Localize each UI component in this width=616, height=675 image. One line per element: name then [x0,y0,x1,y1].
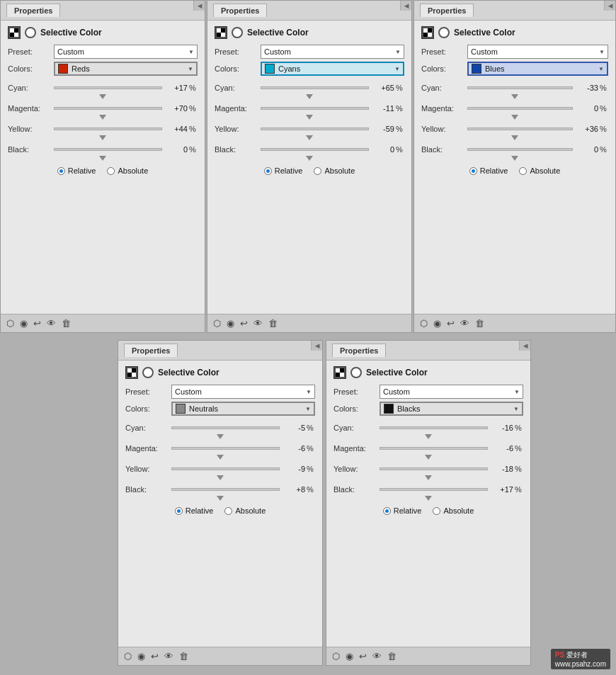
magenta-thumb-blacks[interactable] [425,455,432,460]
black-value-neutrals[interactable]: +8 [280,485,307,494]
toolbar-icon4-blues[interactable]: 👁 [460,318,469,329]
sc-visibility-blues[interactable] [438,27,450,38]
toolbar-icon1-blues[interactable]: ⬡ [420,318,428,329]
properties-tab-blues[interactable]: Properties [420,4,474,17]
collapse-reds[interactable]: ◀ [193,1,205,11]
absolute-radio-cyans[interactable]: Absolute [314,166,355,175]
toolbar-icon1-reds[interactable]: ⬡ [6,318,14,329]
cyan-thumb-reds[interactable] [99,94,106,99]
toolbar-icon5-cyans[interactable]: 🗑 [268,318,278,329]
magenta-value-reds[interactable]: +70 [162,104,189,113]
relative-circle-blacks[interactable] [383,507,391,515]
cyan-thumb-neutrals[interactable] [217,434,224,439]
black-value-cyans[interactable]: 0 [369,145,396,154]
absolute-radio-blacks[interactable]: Absolute [433,506,474,515]
cyan-value-blues[interactable]: -33 [573,84,600,92]
magenta-value-cyans[interactable]: -11 [369,104,396,113]
absolute-circle-blues[interactable] [519,167,527,175]
toolbar-icon3-cyans[interactable]: ↩ [240,318,248,329]
cyan-value-reds[interactable]: +17 [162,84,189,92]
toolbar-icon2-neutrals[interactable]: ◉ [137,651,145,662]
magenta-thumb-blues[interactable] [511,115,518,120]
toolbar-icon2-cyans[interactable]: ◉ [227,318,234,329]
black-thumb-reds[interactable] [99,156,106,161]
relative-radio-blacks[interactable]: Relative [383,506,422,515]
toolbar-icon3-blues[interactable]: ↩ [447,318,455,329]
preset-dropdown-reds[interactable]: Custom ▼ [54,45,198,59]
cyan-value-neutrals[interactable]: -5 [280,424,307,432]
yellow-thumb-blacks[interactable] [425,475,432,480]
properties-tab-neutrals[interactable]: Properties [124,344,178,357]
relative-radio-neutrals[interactable]: Relative [175,506,214,515]
yellow-value-cyans[interactable]: -59 [369,125,396,133]
relative-circle-neutrals[interactable] [175,507,183,515]
toolbar-icon2-blacks[interactable]: ◉ [346,651,353,662]
colors-dropdown-reds[interactable]: Reds ▼ [54,62,198,76]
sc-visibility-reds[interactable] [25,27,36,38]
toolbar-icon2-blues[interactable]: ◉ [433,318,441,329]
toolbar-icon3-reds[interactable]: ↩ [33,318,41,329]
toolbar-icon3-blacks[interactable]: ↩ [359,651,367,662]
sc-visibility-cyans[interactable] [232,27,243,38]
toolbar-icon2-reds[interactable]: ◉ [20,318,28,329]
properties-tab-cyans[interactable]: Properties [213,4,267,17]
colors-dropdown-cyans[interactable]: Cyans ▼ [261,62,404,76]
collapse-cyans[interactable]: ◀ [400,1,411,11]
toolbar-icon3-neutrals[interactable]: ↩ [151,651,159,662]
colors-dropdown-blacks[interactable]: Blacks ▼ [380,402,523,416]
magenta-thumb-cyans[interactable] [306,115,313,120]
relative-circle-cyans[interactable] [264,167,272,175]
preset-dropdown-cyans[interactable]: Custom ▼ [261,45,404,59]
relative-radio-blues[interactable]: Relative [469,166,508,175]
black-value-reds[interactable]: 0 [162,145,189,154]
properties-tab-blacks[interactable]: Properties [332,344,386,357]
yellow-value-blues[interactable]: +36 [573,125,600,133]
yellow-value-blacks[interactable]: -18 [488,465,515,473]
magenta-value-neutrals[interactable]: -6 [280,444,307,453]
absolute-circle-reds[interactable] [107,167,115,175]
absolute-circle-neutrals[interactable] [224,507,232,515]
cyan-value-cyans[interactable]: +65 [369,84,396,92]
absolute-radio-reds[interactable]: Absolute [107,166,148,175]
absolute-circle-blacks[interactable] [433,507,440,515]
cyan-thumb-cyans[interactable] [306,94,313,99]
toolbar-icon1-neutrals[interactable]: ⬡ [124,651,132,662]
relative-circle-blues[interactable] [469,167,477,175]
cyan-thumb-blues[interactable] [511,94,518,99]
toolbar-icon4-reds[interactable]: 👁 [47,318,56,329]
black-value-blacks[interactable]: +17 [488,485,515,494]
colors-dropdown-neutrals[interactable]: Neutrals ▼ [171,402,315,416]
toolbar-icon5-blues[interactable]: 🗑 [475,318,484,329]
magenta-thumb-reds[interactable] [99,115,106,120]
absolute-circle-cyans[interactable] [314,167,321,175]
cyan-value-blacks[interactable]: -16 [488,424,515,432]
absolute-radio-neutrals[interactable]: Absolute [224,506,266,515]
magenta-value-blues[interactable]: 0 [573,104,600,113]
relative-circle-reds[interactable] [57,167,65,175]
toolbar-icon5-reds[interactable]: 🗑 [62,318,71,329]
black-thumb-blacks[interactable] [425,496,432,501]
black-value-blues[interactable]: 0 [573,145,600,154]
absolute-radio-blues[interactable]: Absolute [519,166,560,175]
sc-visibility-neutrals[interactable] [142,367,154,378]
toolbar-icon1-cyans[interactable]: ⬡ [213,318,221,329]
collapse-neutrals[interactable]: ◀ [311,341,322,351]
collapse-blues[interactable]: ◀ [604,1,615,11]
colors-dropdown-blues[interactable]: Blues ▼ [467,62,608,76]
toolbar-icon4-neutrals[interactable]: 👁 [164,651,173,662]
relative-radio-reds[interactable]: Relative [57,166,96,175]
black-thumb-cyans[interactable] [306,156,313,161]
preset-dropdown-blues[interactable]: Custom ▼ [467,45,608,59]
properties-tab-reds[interactable]: Properties [6,4,60,17]
toolbar-icon4-blacks[interactable]: 👁 [372,651,382,662]
collapse-blacks[interactable]: ◀ [519,341,530,351]
yellow-value-reds[interactable]: +44 [162,125,189,133]
black-thumb-neutrals[interactable] [217,496,224,501]
cyan-thumb-blacks[interactable] [425,434,432,439]
yellow-thumb-reds[interactable] [99,135,106,140]
black-thumb-blues[interactable] [511,156,518,161]
yellow-thumb-neutrals[interactable] [217,475,224,480]
yellow-value-neutrals[interactable]: -9 [280,465,307,473]
yellow-thumb-blues[interactable] [511,135,518,140]
relative-radio-cyans[interactable]: Relative [264,166,303,175]
